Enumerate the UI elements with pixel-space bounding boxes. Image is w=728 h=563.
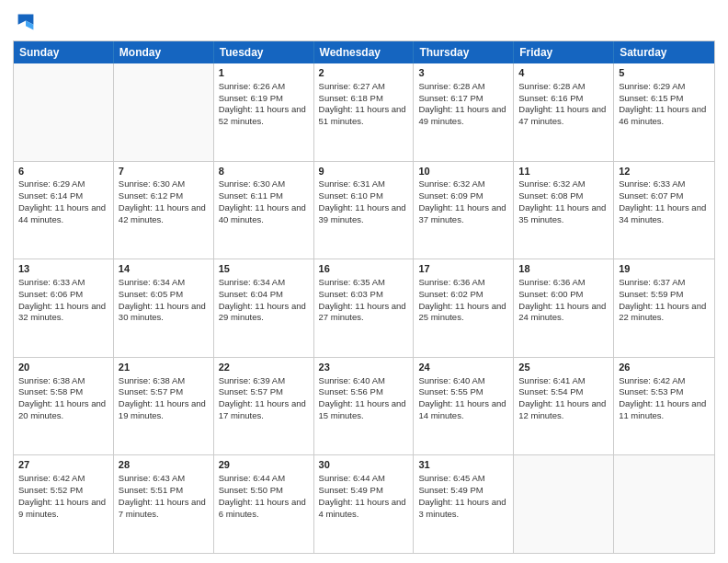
sunrise: Sunrise: 6:26 AM bbox=[219, 81, 285, 91]
daylight: Daylight: 11 hours and 30 minutes. bbox=[119, 301, 206, 323]
cal-cell: 8Sunrise: 6:30 AMSunset: 6:11 PMDaylight… bbox=[214, 162, 314, 259]
day-number: 17 bbox=[418, 262, 508, 276]
cal-cell: 9Sunrise: 6:31 AMSunset: 6:10 PMDaylight… bbox=[314, 162, 415, 259]
day-number: 22 bbox=[219, 361, 309, 374]
header bbox=[13, 9, 715, 35]
day-number: 1 bbox=[219, 66, 309, 80]
daylight: Daylight: 11 hours and 11 minutes. bbox=[619, 398, 706, 420]
daylight: Daylight: 11 hours and 20 minutes. bbox=[18, 398, 106, 420]
header-wednesday: Wednesday bbox=[314, 41, 415, 63]
sunset: Sunset: 5:52 PM bbox=[18, 485, 83, 495]
cal-cell: 10Sunrise: 6:32 AMSunset: 6:09 PMDayligh… bbox=[414, 162, 514, 259]
header-saturday: Saturday bbox=[614, 41, 714, 63]
cal-cell: 2Sunrise: 6:27 AMSunset: 6:18 PMDaylight… bbox=[314, 63, 415, 161]
sunrise: Sunrise: 6:44 AM bbox=[219, 473, 285, 483]
sunrise: Sunrise: 6:32 AM bbox=[418, 178, 484, 189]
sunset: Sunset: 5:57 PM bbox=[119, 386, 183, 396]
cal-row-3: 20Sunrise: 6:38 AMSunset: 5:58 PMDayligh… bbox=[14, 357, 714, 455]
daylight: Daylight: 11 hours and 49 minutes. bbox=[418, 104, 506, 126]
sunrise: Sunrise: 6:33 AM bbox=[619, 178, 685, 189]
cal-cell: 23Sunrise: 6:40 AMSunset: 5:56 PMDayligh… bbox=[314, 358, 415, 455]
day-number: 25 bbox=[518, 361, 609, 374]
cal-row-0: 1Sunrise: 6:26 AMSunset: 6:19 PMDaylight… bbox=[14, 63, 714, 161]
daylight: Daylight: 11 hours and 17 minutes. bbox=[219, 398, 306, 420]
daylight: Daylight: 11 hours and 52 minutes. bbox=[219, 104, 306, 126]
day-number: 28 bbox=[119, 458, 209, 472]
cal-cell: 14Sunrise: 6:34 AMSunset: 6:05 PMDayligh… bbox=[114, 259, 214, 357]
daylight: Daylight: 11 hours and 32 minutes. bbox=[18, 301, 106, 323]
daylight: Daylight: 11 hours and 44 minutes. bbox=[18, 202, 106, 224]
cal-cell bbox=[514, 455, 614, 553]
daylight: Daylight: 11 hours and 14 minutes. bbox=[418, 398, 506, 420]
sunrise: Sunrise: 6:33 AM bbox=[18, 277, 85, 287]
daylight: Daylight: 11 hours and 37 minutes. bbox=[418, 202, 506, 224]
sunset: Sunset: 5:59 PM bbox=[619, 289, 683, 299]
cal-cell: 28Sunrise: 6:43 AMSunset: 5:51 PMDayligh… bbox=[114, 455, 214, 553]
sunrise: Sunrise: 6:43 AM bbox=[119, 473, 185, 483]
sunrise: Sunrise: 6:42 AM bbox=[619, 375, 685, 385]
day-number: 15 bbox=[219, 262, 309, 276]
daylight: Daylight: 11 hours and 24 minutes. bbox=[518, 301, 606, 323]
day-number: 11 bbox=[518, 165, 609, 178]
sunrise: Sunrise: 6:31 AM bbox=[319, 178, 385, 189]
sunset: Sunset: 6:18 PM bbox=[319, 93, 383, 103]
cal-cell: 13Sunrise: 6:33 AMSunset: 6:06 PMDayligh… bbox=[14, 259, 114, 357]
sunset: Sunset: 6:14 PM bbox=[18, 190, 83, 201]
cal-cell: 12Sunrise: 6:33 AMSunset: 6:07 PMDayligh… bbox=[614, 162, 714, 259]
cal-cell: 25Sunrise: 6:41 AMSunset: 5:54 PMDayligh… bbox=[514, 358, 614, 455]
sunrise: Sunrise: 6:32 AM bbox=[518, 178, 585, 189]
cal-cell: 20Sunrise: 6:38 AMSunset: 5:58 PMDayligh… bbox=[14, 358, 114, 455]
daylight: Daylight: 11 hours and 42 minutes. bbox=[119, 202, 206, 224]
sunset: Sunset: 6:16 PM bbox=[518, 93, 583, 103]
sunset: Sunset: 6:02 PM bbox=[418, 289, 483, 299]
cal-cell: 4Sunrise: 6:28 AMSunset: 6:16 PMDaylight… bbox=[514, 63, 614, 161]
header-monday: Monday bbox=[114, 41, 214, 63]
sunrise: Sunrise: 6:36 AM bbox=[418, 277, 484, 287]
day-number: 30 bbox=[319, 458, 409, 472]
cal-cell: 15Sunrise: 6:34 AMSunset: 6:04 PMDayligh… bbox=[214, 259, 314, 357]
header-friday: Friday bbox=[514, 41, 614, 63]
daylight: Daylight: 11 hours and 39 minutes. bbox=[319, 202, 406, 224]
daylight: Daylight: 11 hours and 40 minutes. bbox=[219, 202, 306, 224]
daylight: Daylight: 11 hours and 27 minutes. bbox=[319, 301, 406, 323]
cal-cell bbox=[614, 455, 714, 553]
cal-cell: 31Sunrise: 6:45 AMSunset: 5:49 PMDayligh… bbox=[414, 455, 514, 553]
day-number: 31 bbox=[418, 458, 508, 472]
sunset: Sunset: 6:04 PM bbox=[219, 289, 283, 299]
sunset: Sunset: 5:56 PM bbox=[319, 386, 383, 396]
sunset: Sunset: 6:00 PM bbox=[518, 289, 583, 299]
cal-row-2: 13Sunrise: 6:33 AMSunset: 6:06 PMDayligh… bbox=[14, 259, 714, 357]
day-number: 6 bbox=[18, 165, 108, 178]
day-number: 20 bbox=[18, 361, 108, 374]
day-number: 27 bbox=[18, 458, 108, 472]
sunrise: Sunrise: 6:40 AM bbox=[319, 375, 385, 385]
header-sunday: Sunday bbox=[14, 41, 114, 63]
sunset: Sunset: 6:11 PM bbox=[219, 190, 283, 201]
daylight: Daylight: 11 hours and 34 minutes. bbox=[619, 202, 706, 224]
daylight: Daylight: 11 hours and 46 minutes. bbox=[619, 104, 706, 126]
cal-cell: 11Sunrise: 6:32 AMSunset: 6:08 PMDayligh… bbox=[514, 162, 614, 259]
cal-cell: 18Sunrise: 6:36 AMSunset: 6:00 PMDayligh… bbox=[514, 259, 614, 357]
cal-cell: 5Sunrise: 6:29 AMSunset: 6:15 PMDaylight… bbox=[614, 63, 714, 161]
cal-cell: 30Sunrise: 6:44 AMSunset: 5:49 PMDayligh… bbox=[314, 455, 415, 553]
calendar: SundayMondayTuesdayWednesdayThursdayFrid… bbox=[13, 40, 715, 554]
day-number: 14 bbox=[119, 262, 209, 276]
day-number: 4 bbox=[518, 66, 609, 80]
daylight: Daylight: 11 hours and 25 minutes. bbox=[418, 301, 506, 323]
day-number: 26 bbox=[619, 361, 710, 374]
day-number: 7 bbox=[119, 165, 209, 178]
cal-cell: 21Sunrise: 6:38 AMSunset: 5:57 PMDayligh… bbox=[114, 358, 214, 455]
cal-cell: 16Sunrise: 6:35 AMSunset: 6:03 PMDayligh… bbox=[314, 259, 415, 357]
day-number: 13 bbox=[18, 262, 108, 276]
cal-cell: 22Sunrise: 6:39 AMSunset: 5:57 PMDayligh… bbox=[214, 358, 314, 455]
sunrise: Sunrise: 6:41 AM bbox=[518, 375, 585, 385]
sunset: Sunset: 6:03 PM bbox=[319, 289, 383, 299]
sunrise: Sunrise: 6:29 AM bbox=[619, 81, 685, 91]
sunset: Sunset: 5:51 PM bbox=[119, 485, 183, 495]
sunset: Sunset: 6:12 PM bbox=[119, 190, 183, 201]
daylight: Daylight: 11 hours and 51 minutes. bbox=[319, 104, 406, 126]
cal-cell: 27Sunrise: 6:42 AMSunset: 5:52 PMDayligh… bbox=[14, 455, 114, 553]
cal-row-4: 27Sunrise: 6:42 AMSunset: 5:52 PMDayligh… bbox=[14, 454, 714, 553]
cal-cell: 6Sunrise: 6:29 AMSunset: 6:14 PMDaylight… bbox=[14, 162, 114, 259]
day-number: 2 bbox=[319, 66, 409, 80]
